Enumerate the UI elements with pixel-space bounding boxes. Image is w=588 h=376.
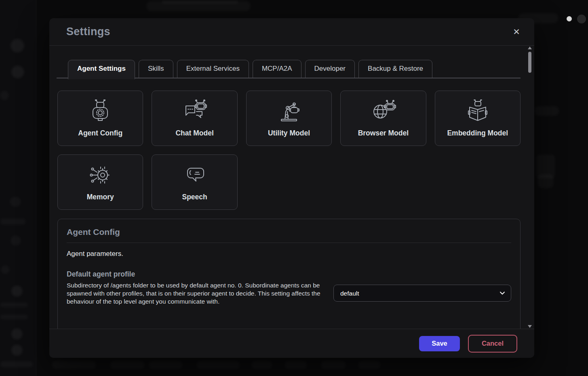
speech-bubble-icon xyxy=(182,163,208,188)
settings-card-grid: Agent Config Chat Mo xyxy=(57,91,521,210)
tab-backup-restore[interactable]: Backup & Restore xyxy=(358,60,432,78)
scrollbar-up-arrow-icon[interactable] xyxy=(528,46,532,49)
tab-skills[interactable]: Skills xyxy=(139,60,173,78)
modal-header: Settings ✕ xyxy=(49,18,534,46)
settings-modal: Settings ✕ Agent Settings Skills Externa… xyxy=(49,18,534,358)
card-speech[interactable]: Speech xyxy=(152,154,237,210)
field-description: Subdirectory of /agents folder to be use… xyxy=(67,281,329,306)
section-description: Agent parameters. xyxy=(67,250,511,258)
modal-footer: Save Cancel xyxy=(49,329,534,358)
robot-book-icon xyxy=(465,99,491,125)
profile-select-wrap: default xyxy=(333,285,511,306)
card-label: Embedding Model xyxy=(447,129,508,137)
tab-agent-settings[interactable]: Agent Settings xyxy=(68,60,135,79)
modal-title: Settings xyxy=(66,25,511,38)
card-label: Speech xyxy=(182,193,207,201)
card-label: Agent Config xyxy=(78,129,122,137)
field-label: Default agent profile xyxy=(67,270,329,279)
card-chat-model[interactable]: Chat Model xyxy=(152,91,237,146)
save-button[interactable]: Save xyxy=(419,336,460,351)
card-browser-model[interactable]: Browser Model xyxy=(340,91,426,146)
close-icon[interactable]: ✕ xyxy=(511,26,522,38)
card-embedding-model[interactable]: Embedding Model xyxy=(435,91,521,146)
background-status-dot xyxy=(567,16,572,21)
card-label: Memory xyxy=(87,193,114,201)
modal-body: Agent Settings Skills External Services … xyxy=(49,46,534,329)
background-sidebar xyxy=(0,0,36,376)
card-label: Utility Model xyxy=(268,129,310,137)
tab-external-services[interactable]: External Services xyxy=(177,60,249,78)
settings-tab-bar: Agent Settings Skills External Services … xyxy=(57,60,521,78)
circuit-gear-icon xyxy=(87,163,113,188)
section-divider xyxy=(67,243,511,243)
card-utility-model[interactable]: Utility Model xyxy=(246,91,332,146)
card-agent-config[interactable]: Agent Config xyxy=(57,91,143,146)
chat-robot-icon xyxy=(182,99,208,125)
cancel-button[interactable]: Cancel xyxy=(468,335,517,353)
agent-config-section: Agent Config Agent parameters. Default a… xyxy=(57,219,521,329)
globe-robot-icon xyxy=(370,99,396,125)
section-title: Agent Config xyxy=(67,227,511,237)
default-agent-profile-select[interactable]: default xyxy=(333,285,511,302)
tab-mcp-a2a[interactable]: MCP/A2A xyxy=(253,60,301,78)
card-memory[interactable]: Memory xyxy=(57,154,143,210)
card-label: Browser Model xyxy=(358,129,409,137)
scrollbar-thumb[interactable] xyxy=(528,52,531,73)
robot-config-icon xyxy=(87,99,113,125)
robot-arm-icon xyxy=(276,99,302,125)
scrollbar-down-arrow-icon[interactable] xyxy=(528,325,532,328)
tab-developer[interactable]: Developer xyxy=(305,60,355,78)
default-agent-profile-field: Default agent profile Subdirectory of /a… xyxy=(67,270,511,306)
modal-scrollbar[interactable] xyxy=(528,46,532,328)
card-label: Chat Model xyxy=(175,129,213,137)
